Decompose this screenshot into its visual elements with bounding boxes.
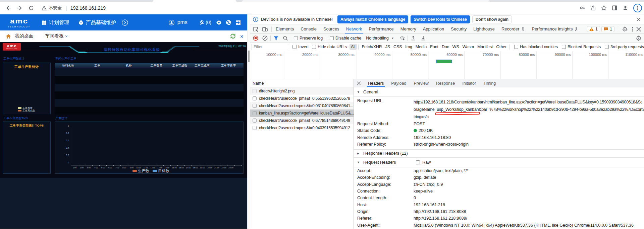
tabbar-close-icon[interactable]: × [240,33,243,39]
details-tab-timing[interactable]: Timing [480,79,499,87]
network-settings-gear-icon[interactable] [636,35,641,41]
tab-memory[interactable]: Memory [397,24,420,33]
throttling-select[interactable]: No throttling ▼ [366,36,394,41]
profile-avatar-icon[interactable] [623,5,628,11]
password-key-icon[interactable] [580,5,585,11]
devtools-kebab-menu-icon[interactable] [632,26,633,32]
import-har-icon[interactable] [411,35,416,41]
filter-type-media[interactable]: Media [414,44,428,50]
clear-network-log-icon[interactable] [262,35,268,41]
filter-type-font[interactable]: Font [429,44,440,50]
request-list-header[interactable]: Name [250,79,354,87]
tab-lighthouse[interactable]: Lighthouse [470,24,498,33]
reload-icon[interactable] [28,5,34,11]
settings-gear-icon[interactable] [216,20,222,25]
tab-security[interactable]: Security [447,24,470,33]
switch-devtools-chinese-button[interactable]: Switch DevTools to Chinese [411,15,470,23]
search-icon[interactable] [283,35,288,41]
details-close-icon[interactable] [357,81,361,85]
bookmark-star-icon[interactable] [601,5,607,11]
always-match-language-button[interactable]: Always match Chrome's language [337,15,408,23]
refresh-icon[interactable] [230,33,236,39]
notification-count[interactable]: (0) [206,20,211,25]
tab-performance[interactable]: Performance [365,24,397,33]
side-panel-icon[interactable] [612,5,618,11]
home-icon[interactable] [6,34,11,39]
user-avatar-icon[interactable] [169,20,174,25]
page-scrollbar[interactable] [247,14,250,229]
user-name[interactable]: pms [177,19,187,25]
logout-icon[interactable] [235,20,241,25]
filter-type-other[interactable]: Other [495,44,508,50]
scrollbar-thumb[interactable] [248,51,250,62]
device-toolbar-icon[interactable] [262,26,268,32]
tab-network[interactable]: Network [343,24,366,33]
invert-checkbox[interactable]: Invert [292,45,309,49]
export-har-icon[interactable] [421,35,426,41]
issues-badge[interactable]: 1 [601,26,614,32]
bell-muted-icon[interactable] [199,20,205,25]
hide-data-urls-checkbox[interactable]: Hide data URLs [312,45,347,49]
has-blocked-cookies-checkbox[interactable]: Has blocked cookies [514,45,558,49]
warnings-badge[interactable]: 1 [587,26,600,32]
details-tab-payload[interactable]: Payload [387,79,410,87]
filter-type-wasm[interactable]: Wasm [461,44,475,50]
disable-cache-checkbox[interactable]: Disable cache [330,36,361,41]
site-security-chip[interactable]: 不安全 | 192.168.161.219 [42,5,106,11]
request-row[interactable]: checkHeart?usercode=pms&t=0.677851436804… [250,117,354,124]
tab-my-desktop[interactable]: 我的桌面 [15,33,34,39]
filter-funnel-icon[interactable] [273,35,279,41]
filter-type-js[interactable]: JS [384,44,391,50]
tab-close-icon[interactable]: × [65,34,68,39]
forward-icon[interactable] [17,5,23,11]
details-tab-preview[interactable]: Preview [410,79,432,87]
request-row[interactable]: checkHeart?usercode=pms&t=0.031040789086… [250,102,354,109]
filter-type-css[interactable]: CSS [392,44,403,50]
request-headers-section-header[interactable]: ▼ Request Headers Raw [354,158,644,167]
third-party-requests-checkbox[interactable]: 3rd-party requests [605,45,644,49]
share-icon[interactable] [590,5,596,11]
preserve-log-checkbox[interactable]: Preserve log [294,36,323,41]
globe-icon[interactable] [226,20,231,25]
filter-type-img[interactable]: Img [404,44,414,50]
dont-show-again-button[interactable]: Don't show again [472,15,512,23]
menu-expand-arrow-icon[interactable] [122,19,128,26]
request-row[interactable]: directwhiteright2.png [250,87,354,95]
general-section-header[interactable]: ▼ General [354,87,644,97]
notice-close-icon[interactable] [637,17,641,21]
menu-product-maintenance[interactable]: 产品基础维护 [78,19,116,26]
raw-checkbox[interactable]: Raw [416,160,431,165]
tab-sources[interactable]: Sources [320,24,343,33]
details-tab-response[interactable]: Response [432,79,459,87]
filter-type-fetch-xhr[interactable]: Fetch/XHR [361,44,383,50]
tab-application[interactable]: Application [420,24,448,33]
tab-performance-insights[interactable]: Performance insights [528,24,582,33]
inspect-element-icon[interactable] [253,26,259,32]
tab-workshop-kanban[interactable]: 车间看板 [45,33,64,39]
filter-input[interactable]: Filter [252,44,289,50]
devtools-settings-gear-icon[interactable] [622,26,628,32]
details-tab-initiator[interactable]: Initiator [459,79,480,87]
filter-type-doc[interactable]: Doc [440,44,450,50]
details-tab-headers[interactable]: Headers [364,79,387,87]
menu-plan-management[interactable]: 计划管理 [41,19,69,26]
filter-type-manifest[interactable]: Manifest [476,44,494,50]
tab-console[interactable]: Console [297,24,320,33]
record-network-log-icon[interactable] [253,35,258,41]
app-logo[interactable]: amc TECHNOLOGY [7,17,31,28]
request-row-selected[interactable]: kanban_line.aspx?action=getWareHouseData… [250,109,354,117]
blocked-requests-checkbox[interactable]: Blocked Requests [562,45,601,49]
request-row[interactable]: checkHeart?usercode=pms&t=0.555139632526… [250,95,354,102]
filter-type-ws[interactable]: WS [451,44,461,50]
filter-type-all[interactable]: All [350,44,357,50]
tab-elements[interactable]: Elements [272,24,297,33]
back-icon[interactable] [5,5,11,11]
response-headers-section-header[interactable]: ▶ Response Headers (12) [354,149,644,158]
request-row[interactable]: checkHeart?usercode=pms&t=0.040391553599… [250,124,354,132]
tab-recorder[interactable]: Recorder [498,24,528,33]
browser-menu-update-ring[interactable] [633,4,642,12]
network-overview-timeline[interactable]: 10000 ms20000 ms30000 ms40000 ms50000 ms… [250,51,644,79]
devtools-close-icon[interactable] [636,26,641,32]
network-conditions-icon[interactable] [399,35,405,41]
address-url[interactable]: 192.168.161.219 [70,5,106,11]
